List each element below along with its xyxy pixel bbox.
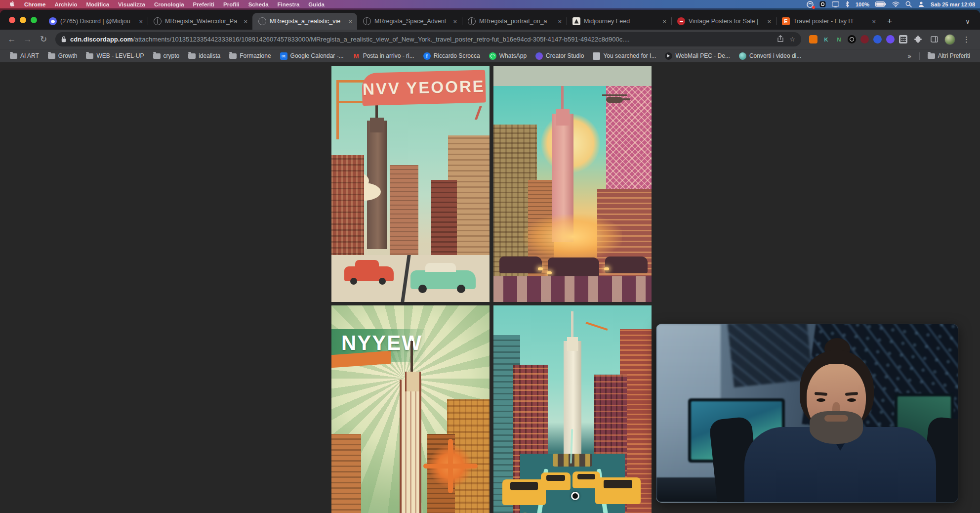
webmail-icon: [665, 52, 672, 60]
folder-icon: [86, 53, 93, 59]
tab-watercolor[interactable]: MRregista_Watercolor_Pa ×: [148, 13, 252, 30]
screen: Chrome Archivio Modifica Visualizza Cron…: [0, 0, 980, 513]
toolbar: ← → ↻ cdn.discordapp.com/attachments/101…: [0, 30, 980, 49]
presenter-beard: [810, 411, 863, 444]
folder-icon: [188, 53, 196, 59]
tab-close-icon[interactable]: ×: [661, 18, 667, 25]
tab-search-chevron[interactable]: ∨: [960, 14, 975, 28]
profile-avatar[interactable]: [944, 34, 955, 45]
facebook-icon: f: [423, 52, 431, 60]
bookmark-webmail-pec[interactable]: WebMail PEC - De...: [661, 51, 734, 61]
address-bar[interactable]: cdn.discordapp.com/attachments/101351233…: [55, 32, 801, 46]
tab-close-icon[interactable]: ×: [347, 18, 353, 25]
tab-strip: (2765) Discord | @Midjou × MRregista_Wat…: [0, 10, 980, 30]
close-window-button[interactable]: [9, 17, 15, 23]
menu-profili[interactable]: Profili: [219, 1, 244, 7]
menu-cronologia[interactable]: Cronologia: [150, 1, 189, 7]
onepassword-icon[interactable]: [819, 1, 826, 7]
extension-icon[interactable]: [860, 35, 869, 43]
notification-app-icon[interactable]: [807, 1, 814, 8]
tab-discord[interactable]: (2765) Discord | @Midjou ×: [43, 13, 148, 30]
menu-visualizza[interactable]: Visualizza: [114, 1, 150, 7]
bookmark-folder-ai-art[interactable]: AI ART: [6, 51, 43, 61]
forward-button[interactable]: →: [21, 33, 35, 46]
bookmark-gmail-inbox[interactable]: MPosta in arrivo - ri...: [349, 51, 418, 61]
etsy-favicon: E: [782, 17, 790, 25]
back-button[interactable]: ←: [5, 33, 19, 46]
zoom-window-button[interactable]: [31, 17, 37, 23]
bookmark-folder-idealista[interactable]: idealista: [184, 51, 224, 61]
bookmark-you-searched[interactable]: You searched for I...: [589, 51, 660, 61]
tab-realistic-view-active[interactable]: MRregista_a_realistic_vie ×: [252, 13, 357, 30]
bookmark-folder-web-level-up[interactable]: WEB - LEVEL-UP: [82, 51, 148, 61]
bluetooth-icon[interactable]: [845, 1, 850, 7]
chrome-window: (2765) Discord | @Midjou × MRregista_Wat…: [0, 10, 980, 513]
bookmark-folder-growth[interactable]: Growth: [44, 51, 82, 61]
extension-icon[interactable]: [809, 35, 817, 43]
google-calendar-icon: 31: [280, 52, 287, 60]
tab-close-icon[interactable]: ×: [871, 18, 877, 25]
tab-vintage-posters[interactable]: Vintage Posters for Sale | ×: [671, 13, 776, 30]
display-icon[interactable]: [832, 1, 839, 7]
tab-close-icon[interactable]: ×: [243, 18, 248, 25]
bookmark-facebook-profile[interactable]: fRiccardo Scrocca: [419, 51, 484, 61]
bookmarks-overflow-chevron[interactable]: »: [903, 52, 915, 60]
menu-finestra[interactable]: Finestra: [273, 1, 304, 7]
poster-bottom-left: NYYEW: [331, 305, 490, 513]
tab-close-icon[interactable]: ×: [557, 18, 563, 25]
extensions-puzzle-icon[interactable]: [912, 34, 924, 45]
mint-vintage-car: [410, 270, 476, 289]
page-icon: [593, 52, 600, 60]
midjourney-image-grid[interactable]: NVV YEOORE: [331, 66, 652, 513]
tab-groups-icon[interactable]: [899, 35, 907, 43]
bookmark-star-icon[interactable]: ☆: [789, 36, 795, 43]
menu-preferiti[interactable]: Preferiti: [189, 1, 219, 7]
side-panel-icon[interactable]: [928, 34, 940, 45]
extension-icon[interactable]: [886, 35, 895, 43]
yellow-taxi: [595, 477, 641, 504]
minimize-window-button[interactable]: [20, 17, 26, 23]
tab-midjourney-feed[interactable]: Midjourney Feed ×: [567, 13, 671, 30]
wifi-icon[interactable]: [892, 1, 899, 7]
bookmark-creator-studio[interactable]: Creator Studio: [531, 51, 588, 61]
search-icon[interactable]: [905, 1, 912, 7]
extension-icon[interactable]: N: [835, 35, 843, 43]
apple-menu[interactable]: [5, 0, 20, 8]
tab-portrait[interactable]: MRregista_portrait_on_a ×: [462, 13, 567, 30]
tab-close-icon[interactable]: ×: [766, 18, 772, 25]
other-bookmarks[interactable]: Altri Preferiti: [924, 51, 974, 61]
battery-icon[interactable]: [875, 1, 886, 7]
menubar-app-name[interactable]: Chrome: [20, 1, 50, 7]
share-icon[interactable]: [777, 35, 783, 43]
poster-top-left: NVV YEOORE: [331, 66, 490, 302]
battery-percent: 100%: [856, 1, 869, 7]
bookmark-folder-crypto[interactable]: crypto: [149, 51, 184, 61]
yellow-taxi: [502, 479, 546, 505]
bookmark-video-converter[interactable]: Converti i video di...: [735, 51, 805, 61]
menu-guida[interactable]: Guida: [304, 1, 329, 7]
apple-icon: [9, 0, 15, 7]
bookmark-folder-formazione[interactable]: Formazione: [225, 51, 275, 61]
menu-archivio[interactable]: Archivio: [50, 1, 82, 7]
tab-etsy[interactable]: E Travel poster - Etsy IT ×: [776, 13, 881, 30]
extension-icon[interactable]: K: [822, 35, 830, 43]
menu-scheda[interactable]: Scheda: [244, 1, 273, 7]
tab-close-icon[interactable]: ×: [452, 18, 458, 25]
new-tab-button[interactable]: +: [883, 14, 897, 28]
tab-space-adventure[interactable]: MRregista_Space_Advent ×: [357, 13, 462, 30]
menubar-clock[interactable]: Sab 25 mar 12:08: [931, 1, 975, 7]
bookmark-whatsapp[interactable]: WhatsApp: [485, 51, 531, 61]
notification-badge: [812, 6, 815, 9]
bookmark-google-calendar[interactable]: 31Google Calendar -...: [276, 51, 348, 61]
user-switch-icon[interactable]: [918, 1, 925, 7]
chrome-menu-icon[interactable]: ⋮: [960, 35, 973, 44]
globe-favicon: [468, 17, 476, 25]
globe-favicon: [154, 17, 162, 25]
tab-close-icon[interactable]: ×: [138, 18, 144, 25]
extension-icon[interactable]: [848, 35, 856, 43]
lock-icon[interactable]: [61, 36, 66, 43]
menu-modifica[interactable]: Modifica: [82, 1, 114, 7]
extension-icon[interactable]: [873, 35, 882, 43]
presenter-webcam-overlay: [656, 324, 958, 503]
reload-button[interactable]: ↻: [37, 33, 50, 46]
